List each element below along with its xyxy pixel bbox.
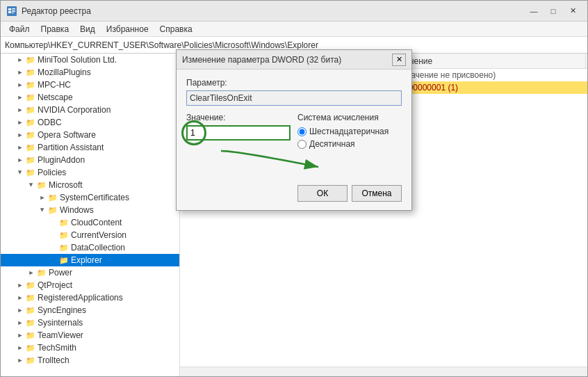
- dialog-close-button[interactable]: ✕: [392, 54, 406, 66]
- menu-edit[interactable]: Правка: [35, 23, 75, 35]
- expand-arrow: ►: [15, 307, 26, 314]
- cancel-button[interactable]: Отмена: [352, 185, 402, 202]
- svg-rect-3: [12, 8, 15, 9]
- expand-arrow: ►: [15, 344, 26, 351]
- radio-hex[interactable]: [297, 127, 307, 136]
- folder-icon: 📁: [26, 318, 35, 328]
- tree-item-pluginaddon[interactable]: ► 📁 PluginAddon: [1, 154, 179, 166]
- app-icon: [6, 6, 17, 17]
- folder-icon: 📁: [26, 330, 35, 340]
- svg-rect-6: [12, 13, 14, 13]
- tree-item-mpc-hc[interactable]: ► 📁 MPC-HC: [1, 79, 179, 91]
- value-input[interactable]: [186, 125, 291, 141]
- expand-arrow: ►: [28, 179, 35, 191]
- expand-arrow: ►: [15, 157, 26, 163]
- bottom-scrollbar[interactable]: [180, 367, 587, 376]
- menu-view[interactable]: Вид: [74, 23, 101, 35]
- window-title: Редактор реестра: [22, 6, 525, 16]
- tree-label: Microsoft: [49, 180, 83, 190]
- col-header-value[interactable]: Значение: [390, 54, 586, 68]
- tree-item-currentversion[interactable]: ► 📁 CurrentVersion: [1, 229, 179, 241]
- expand-arrow: ►: [15, 282, 26, 289]
- tree-item-mozillaplugins[interactable]: ► 📁 MozillaPlugins: [1, 66, 179, 79]
- tree-label: CloudContent: [71, 218, 122, 227]
- tree-item-windows[interactable]: ► 📁 Windows: [1, 204, 179, 216]
- window-controls: — □ ✕: [525, 4, 582, 18]
- tree-item-nvidia[interactable]: ► 📁 NVIDIA Corporation: [1, 104, 179, 116]
- folder-icon: 📁: [26, 67, 35, 77]
- tree-label: Trolltech: [38, 355, 70, 365]
- tree-label: MPC-HC: [38, 80, 71, 90]
- tree-item-sysinternals[interactable]: ► 📁 Sysinternals: [1, 316, 179, 329]
- tree-item-regapps[interactable]: ► 📁 RegisteredApplications: [1, 291, 179, 304]
- close-button[interactable]: ✕: [564, 4, 582, 18]
- maximize-button[interactable]: □: [544, 4, 562, 18]
- folder-icon: 📁: [59, 218, 69, 227]
- reg-value-cleartiles: 0x00000001 (1): [400, 83, 585, 93]
- dialog-body: Параметр: Значение: Система исчисл: [177, 70, 411, 210]
- folder-icon: 📁: [26, 80, 35, 90]
- tree-label: MozillaPlugins: [38, 67, 91, 77]
- tree-item-trolltech[interactable]: ► 📁 Trolltech: [1, 354, 179, 367]
- folder-icon: 📁: [59, 230, 69, 240]
- menu-help[interactable]: Справка: [154, 23, 198, 35]
- radio-hex-option[interactable]: Шестнадцатеричная: [297, 127, 402, 136]
- tree-item-syncengines[interactable]: ► 📁 SyncEngines: [1, 304, 179, 316]
- dialog-buttons: ОК Отмена: [186, 182, 402, 202]
- tree-label: PluginAddon: [38, 155, 85, 165]
- tree-item-opera[interactable]: ► 📁 Opera Software: [1, 129, 179, 141]
- menu-file[interactable]: Файл: [3, 23, 35, 35]
- folder-icon: 📁: [26, 355, 35, 365]
- tree-item-microsoft[interactable]: ► 📁 Microsoft: [1, 179, 179, 191]
- main-window: Редактор реестра — □ ✕ Файл Правка Вид И…: [0, 0, 588, 377]
- tree-item-policies[interactable]: ► 📁 Policies: [1, 166, 179, 179]
- folder-icon: 📁: [26, 55, 35, 65]
- value-section: Значение:: [186, 113, 291, 152]
- folder-icon: 📁: [37, 268, 47, 278]
- folder-icon: 📁: [26, 105, 35, 115]
- tree-label: CurrentVersion: [71, 230, 126, 240]
- menu-favorites[interactable]: Избранное: [101, 23, 154, 35]
- tree-item-netscape[interactable]: ► 📁 Netscape: [1, 91, 179, 104]
- value-label: Значение:: [186, 113, 291, 122]
- tree-item-odbc[interactable]: ► 📁 ODBC: [1, 116, 179, 129]
- tree-item-techsmith[interactable]: ► 📁 TechSmith: [1, 342, 179, 354]
- address-path: Компьютер\HKEY_CURRENT_USER\Software\Pol…: [5, 40, 318, 50]
- svg-rect-2: [8, 11, 11, 13]
- tree-label: Windows: [60, 205, 94, 215]
- tree-label: MiniTool Solution Ltd.: [38, 55, 117, 65]
- tree-label: Netscape: [38, 93, 73, 102]
- tree-label: SyncEngines: [38, 305, 86, 315]
- param-input[interactable]: [186, 90, 402, 106]
- tree-item-cloudcontent[interactable]: ► 📁 CloudContent: [1, 216, 179, 229]
- folder-icon: 📁: [26, 305, 35, 315]
- tree-item-minitool[interactable]: ► 📁 MiniTool Solution Ltd.: [1, 54, 179, 66]
- expand-arrow: ►: [15, 119, 26, 126]
- tree-label: Explorer: [71, 255, 102, 265]
- tree-label: TeamViewer: [38, 330, 83, 340]
- tree-item-systemcerts[interactable]: ► 📁 SystemCertificates: [1, 191, 179, 204]
- svg-rect-5: [12, 11, 15, 12]
- ok-button[interactable]: ОК: [297, 185, 348, 202]
- folder-icon: 📁: [26, 280, 35, 290]
- tree-item-teamviewer[interactable]: ► 📁 TeamViewer: [1, 329, 179, 342]
- tree-panel[interactable]: ► 📁 MiniTool Solution Ltd. ► 📁 MozillaPl…: [1, 54, 180, 376]
- dialog-title-bar: Изменение параметра DWORD (32 бита) ✕: [177, 50, 411, 70]
- tree-item-partition[interactable]: ► 📁 Partition Assistant: [1, 141, 179, 154]
- tree-item-qtproject[interactable]: ► 📁 QtProject: [1, 279, 179, 291]
- folder-icon: 📁: [48, 193, 58, 202]
- expand-arrow: ►: [15, 294, 26, 301]
- tree-item-datacollection[interactable]: ► 📁 DataCollection: [1, 241, 179, 254]
- expand-arrow: ►: [15, 357, 26, 364]
- menu-bar: Файл Правка Вид Избранное Справка: [1, 22, 587, 37]
- tree-item-explorer[interactable]: ► 📁 Explorer: [1, 254, 179, 266]
- arrow-annotation: [207, 147, 346, 175]
- tree-label: ODBC: [38, 118, 62, 127]
- svg-rect-4: [12, 10, 15, 10]
- expand-arrow: ►: [37, 194, 48, 201]
- expand-arrow: ►: [39, 204, 46, 216]
- tree-item-power[interactable]: ► 📁 Power: [1, 266, 179, 279]
- dialog-title: Изменение параметра DWORD (32 бита): [182, 55, 392, 65]
- minimize-button[interactable]: —: [525, 4, 543, 18]
- tree-label: Policies: [38, 168, 66, 177]
